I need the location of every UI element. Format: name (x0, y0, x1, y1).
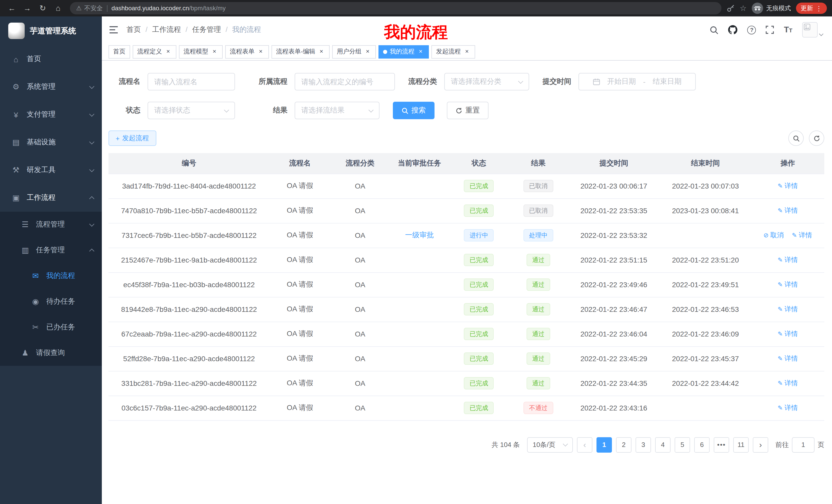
cell-id: 7470a810-7b9b-11ec-b5b7-acde48001122 (108, 198, 269, 223)
menu-item-icon: ◉ (30, 297, 41, 306)
menu-item-label: 研发工具 (27, 165, 55, 175)
user-avatar[interactable] (802, 22, 823, 37)
cancel-link[interactable]: 取消 (763, 231, 784, 239)
table-row: 03c6c157-7b9a-11ec-a290-acde48001122 OA … (108, 396, 824, 420)
status-select-placeholder: 请选择状态 (154, 106, 190, 115)
forward-icon[interactable]: → (21, 2, 34, 15)
detail-link[interactable]: 详情 (778, 330, 798, 338)
current-task-link[interactable]: 一级审批 (405, 231, 434, 239)
goto-page-input[interactable] (792, 437, 814, 452)
tab-my-process[interactable]: 我的流程 × (379, 45, 429, 58)
fullscreen-icon[interactable] (766, 26, 774, 34)
start-process-button[interactable]: + 发起流程 (108, 131, 156, 146)
process-name-input[interactable] (148, 73, 235, 90)
sidebar-item-devtools[interactable]: ⚒ 研发工具 (0, 156, 102, 184)
address-bar[interactable]: ⚠ 不安全 dashboard.yudao.iocoder.cn /bpm/ta… (70, 2, 721, 15)
detail-link[interactable]: 详情 (778, 281, 798, 288)
sidebar-item-task-mgmt[interactable]: ▥ 任务管理 (0, 237, 102, 263)
detail-link[interactable]: 详情 (778, 404, 798, 412)
page-number-button[interactable]: 1 (597, 437, 612, 452)
sidebar-item-done-tasks[interactable]: ✂ 已办任务 (0, 314, 102, 340)
not-secure-warning-icon: ⚠ (76, 5, 82, 12)
help-icon[interactable]: ? (747, 25, 756, 34)
tab-process-form-edit[interactable]: 流程表单-编辑 × (271, 45, 330, 58)
close-icon[interactable]: × (257, 48, 264, 55)
prev-page-button[interactable]: ‹ (577, 437, 592, 452)
url-path: /bpm/task/my (189, 5, 226, 12)
search-button[interactable]: 搜索 (393, 102, 435, 119)
github-icon[interactable] (728, 25, 738, 34)
detail-link[interactable]: 详情 (792, 231, 812, 239)
result-tag: 通过 (526, 353, 550, 365)
detail-link[interactable]: 详情 (778, 355, 798, 362)
toggle-search-button[interactable] (788, 131, 804, 146)
result-select-placeholder: 请选择流结果 (301, 106, 344, 115)
status-select[interactable]: 请选择状态 (148, 102, 235, 119)
tab-label: 我的流程 (390, 47, 414, 56)
cell-process-name: OA 请假 (269, 223, 330, 248)
sidebar-item-leave-query[interactable]: ♟ 请假查询 (0, 340, 102, 366)
cell-category: OA (330, 396, 390, 420)
page-number-button[interactable]: 6 (694, 437, 710, 452)
back-icon[interactable]: ← (5, 2, 19, 15)
cell-result: 通过 (509, 297, 568, 321)
close-icon[interactable]: × (211, 48, 218, 55)
sidebar-item-infrastructure[interactable]: ▤ 基础设施 (0, 129, 102, 156)
sidebar-item-process-mgmt[interactable]: ☰ 流程管理 (0, 212, 102, 237)
detail-link[interactable]: 详情 (778, 182, 798, 190)
reset-button[interactable]: 重置 (447, 102, 489, 119)
tab-process-definition[interactable]: 流程定义 × (133, 45, 176, 58)
close-icon[interactable]: × (318, 48, 325, 55)
chrome-update-button[interactable]: 更新 ⋮ (796, 3, 827, 14)
cell-category: OA (330, 174, 390, 198)
category-select[interactable]: 请选择流程分类 (444, 73, 529, 90)
page-number-button[interactable]: 11 (733, 437, 749, 452)
sidebar-item-home[interactable]: ⌂ 首页 (0, 45, 102, 73)
close-icon[interactable]: × (463, 48, 470, 55)
page-number-button[interactable]: 2 (616, 437, 631, 452)
result-select[interactable]: 请选择流结果 (295, 102, 380, 119)
reload-icon[interactable]: ↻ (36, 2, 49, 15)
breadcrumb-item[interactable]: 我的流程 (221, 25, 261, 34)
close-icon[interactable]: × (164, 48, 172, 55)
breadcrumb-item[interactable]: 首页 (127, 25, 141, 34)
password-key-icon[interactable] (726, 4, 734, 12)
tab-home[interactable]: 首页 × (108, 45, 130, 58)
tab-start-process[interactable]: 发起流程 × (432, 45, 475, 58)
hamburger-icon[interactable] (109, 26, 118, 34)
tab-process-model[interactable]: 流程模型 × (179, 45, 223, 58)
owner-process-input[interactable] (295, 73, 395, 90)
browser-home-icon[interactable]: ⌂ (51, 2, 65, 15)
sidebar-item-payment[interactable]: ¥ 支付管理 (0, 101, 102, 129)
detail-link[interactable]: 详情 (778, 206, 798, 214)
cell-category: OA (330, 248, 390, 272)
detail-link[interactable]: 详情 (778, 379, 798, 387)
sidebar-item-system[interactable]: ⚙ 系统管理 (0, 73, 102, 101)
sidebar-item-todo-tasks[interactable]: ◉ 待办任务 (0, 289, 102, 314)
page-size-select[interactable]: 10条/页 (527, 437, 573, 452)
close-icon[interactable]: × (364, 48, 371, 55)
bookmark-star-icon[interactable]: ☆ (740, 4, 747, 13)
font-size-icon[interactable]: TT (784, 25, 792, 34)
tab-process-form[interactable]: 流程表单 × (225, 45, 269, 58)
breadcrumb-item[interactable]: 任务管理 (181, 25, 221, 34)
page-number-button[interactable]: ••• (714, 437, 729, 452)
search-icon[interactable] (710, 25, 719, 34)
tab-user-group[interactable]: 用户分组 × (332, 45, 376, 58)
detail-link[interactable]: 详情 (778, 305, 798, 313)
submit-time-range-picker[interactable]: 开始日期 - 结束日期 (578, 73, 696, 90)
sidebar-item-my-process[interactable]: ✉ 我的流程 (0, 263, 102, 289)
refresh-button[interactable] (809, 131, 824, 146)
cell-process-name: OA 请假 (269, 198, 330, 223)
close-icon[interactable]: × (417, 48, 424, 55)
page-number-button[interactable]: 5 (675, 437, 690, 452)
detail-link[interactable]: 详情 (778, 256, 798, 263)
page-number-button[interactable]: 4 (655, 437, 671, 452)
chevron-icon (89, 248, 94, 254)
logo[interactable]: 芋道管理系统 (0, 17, 102, 45)
sidebar-item-workflow[interactable]: ▣ 工作流程 (0, 184, 102, 212)
next-page-button[interactable]: › (753, 437, 768, 452)
cell-operations: 详情 (751, 371, 824, 396)
page-number-button[interactable]: 3 (635, 437, 651, 452)
breadcrumb-item[interactable]: 工作流程 (141, 25, 181, 34)
